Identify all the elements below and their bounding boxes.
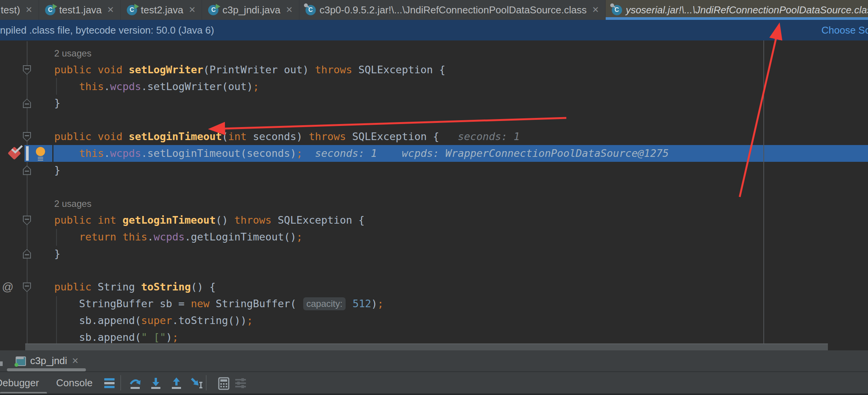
evaluate-expression-icon[interactable] [218, 377, 231, 389]
editor-tabbar: test) ✕ C test1.java ✕ C test2.java ✕ C … [0, 0, 868, 20]
java-class-icon: C [208, 5, 218, 15]
tab-test1-java[interactable]: C test1.java ✕ [39, 0, 121, 20]
choose-sources-link[interactable]: Choose Sou [821, 20, 868, 40]
decompiler-banner: npiled .class file, bytecode version: 50… [0, 20, 868, 40]
tab-c3p0-jar-class[interactable]: C c3p0-0.9.5.2.jar!\...\JndiRefConnectio… [299, 0, 606, 20]
code-line[interactable]: sb.append(super.toString()); [54, 312, 253, 329]
close-icon[interactable]: ✕ [72, 356, 79, 366]
view-menu-icon[interactable] [103, 377, 116, 389]
run-to-cursor-icon[interactable] [190, 377, 203, 389]
step-into-icon[interactable] [150, 377, 163, 389]
tab-label: c3p0-0.9.5.2.jar!\...\JndiRefConnectionP… [320, 4, 587, 16]
fold-region-start-icon[interactable] [23, 132, 31, 142]
fold-region-start-icon[interactable] [23, 65, 31, 75]
close-icon[interactable]: ✕ [286, 5, 293, 15]
window-bottom-strip [0, 393, 868, 395]
java-class-locked-icon: C [305, 5, 316, 15]
code-line[interactable]: this.wcpds.setLogWriter(out); [54, 78, 259, 95]
tab-label: ysoserial.jar!\...\JndiRefConnectionPool… [626, 4, 868, 16]
code-line[interactable]: 2 usages [54, 195, 91, 212]
java-class-locked-icon: C [612, 5, 622, 15]
step-out-icon[interactable] [170, 377, 183, 389]
debugger-toolbar: Debugger Console [0, 372, 868, 393]
fold-region-end-icon[interactable] [23, 98, 31, 108]
toolbar-separator [206, 375, 207, 390]
java-class-icon: C [127, 5, 137, 15]
tab-debugger[interactable]: Debugger [0, 372, 39, 393]
breakpoint-check-icon [11, 144, 24, 154]
close-icon[interactable]: ✕ [592, 5, 599, 15]
code-line[interactable]: StringBuffer sb = new StringBuffer( capa… [54, 295, 384, 312]
ide-window: test) ✕ C test1.java ✕ C test2.java ✕ C … [0, 0, 868, 395]
tab-label: c3p_jndi.java [222, 4, 280, 16]
banner-message: npiled .class file, bytecode version: 50… [0, 24, 214, 36]
execution-caret [26, 146, 29, 161]
tab-console[interactable]: Console [56, 372, 92, 393]
code-editor[interactable]: 2 usagespublic void setLogWriter(PrintWr… [0, 40, 868, 350]
tab-ysoserial-jar-class-active[interactable]: C ysoserial.jar!\...\JndiRefConnectionPo… [606, 0, 868, 20]
code-line[interactable]: public String toString() { [54, 279, 216, 295]
code-line[interactable]: public void setLogWriter(PrintWriter out… [54, 61, 445, 78]
run-badge-icon [53, 4, 57, 9]
session-tab-label: c3p_jndi [30, 355, 67, 367]
tab-test2-java[interactable]: C test2.java ✕ [121, 0, 202, 20]
tab-label: test2.java [141, 4, 183, 16]
active-session-underline [7, 368, 86, 371]
code-line[interactable]: public void setLoginTimeout(int seconds)… [54, 128, 520, 145]
intention-bulb-icon[interactable] [36, 147, 45, 156]
gutter-editor-separator [52, 145, 53, 162]
console-icon [15, 356, 26, 366]
fold-region-start-icon[interactable] [23, 216, 31, 225]
toolbar-separator [120, 375, 121, 390]
close-icon[interactable]: ✕ [189, 5, 196, 15]
code-line[interactable]: } [54, 162, 60, 179]
tab-label: test1.java [59, 4, 102, 16]
run-badge-icon [134, 4, 139, 9]
fold-gutter-line [27, 41, 27, 347]
fold-region-end-icon[interactable] [23, 249, 31, 259]
code-line[interactable]: return this.wcpds.getLoginTimeout(); [54, 229, 302, 245]
annotation-gutter-icon: @ [2, 279, 17, 295]
close-icon[interactable]: ✕ [107, 5, 114, 15]
step-over-icon[interactable] [129, 377, 142, 389]
tab-c3p-jndi-java[interactable]: C c3p_jndi.java ✕ [202, 0, 299, 20]
code-line[interactable]: } [54, 95, 60, 111]
close-icon[interactable]: ✕ [26, 5, 32, 15]
fold-region-end-icon[interactable] [23, 166, 31, 175]
fold-region-start-icon[interactable] [23, 282, 31, 292]
code-line[interactable]: 2 usages [54, 45, 91, 61]
code-line[interactable]: sb.append(" ["); [54, 329, 178, 346]
code-line[interactable]: public int getLoginTimeout() throws SQLE… [54, 212, 365, 229]
lock-badge-icon [610, 3, 614, 7]
run-badge-icon [216, 4, 220, 9]
code-line[interactable]: } [54, 245, 60, 262]
settings-sliders-icon[interactable] [234, 377, 247, 389]
code-line[interactable]: this.wcpds.setLoginTimeout(seconds); sec… [54, 145, 669, 162]
toolwindow-header: c3p_jndi ✕ [0, 350, 868, 372]
tab-label: test) [1, 4, 20, 16]
tab-test[interactable]: test) ✕ [0, 0, 39, 20]
java-class-icon: C [45, 5, 55, 15]
running-dot-icon [15, 363, 18, 367]
intention-bulb-base [38, 157, 43, 161]
horizontal-scrollbar[interactable] [25, 343, 828, 350]
lock-badge-icon [304, 3, 308, 7]
right-margin-guide [763, 40, 764, 343]
cut-tab-fragment [0, 361, 3, 366]
